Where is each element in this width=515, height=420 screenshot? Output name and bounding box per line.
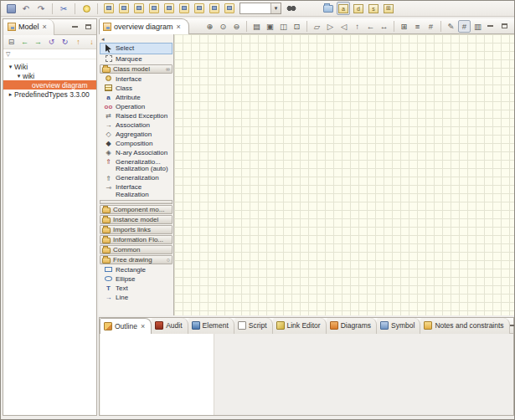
outline-view-content[interactable] <box>100 334 214 415</box>
tree-item-wiki-project[interactable]: ▾ Wiki <box>3 62 96 71</box>
palette-item-aggregation[interactable]: ◇ Aggregation <box>100 130 173 139</box>
palette-section-common[interactable]: Common <box>100 245 173 254</box>
create-class-button[interactable] <box>117 2 131 15</box>
palette-item-composition[interactable]: ◆ Composition <box>100 139 173 148</box>
open-model-folder-button[interactable] <box>322 2 335 15</box>
palette-item-rectangle[interactable]: Rectangle <box>100 265 173 274</box>
palette-item-generalization[interactable]: ⇑ Generalization <box>100 174 173 183</box>
undo-button[interactable]: ↶ <box>19 2 33 15</box>
tab-notes-and-constraints[interactable]: Notes and constraints <box>420 318 509 334</box>
palette-item-text[interactable]: T Text <box>100 284 173 293</box>
grid-visible-button[interactable]: # <box>458 20 471 33</box>
search-button[interactable] <box>285 2 298 15</box>
diagram-perspective-button[interactable]: d <box>352 2 365 15</box>
save-button[interactable] <box>4 2 18 15</box>
palette-item-interface-realization[interactable]: ⊸ Interface Realization <box>100 183 173 200</box>
collapse-all-button[interactable]: ⊟ <box>5 36 18 48</box>
close-icon[interactable]: × <box>176 23 182 31</box>
tab-symbol[interactable]: Symbol <box>377 318 420 334</box>
palette-item-association[interactable]: → Association <box>100 120 173 130</box>
palette-section-information-flow[interactable]: Information Flo... <box>100 235 173 244</box>
palette-section-class-model[interactable]: Class model ∞ <box>100 64 173 74</box>
palette-section-instance-model[interactable]: Instance model <box>100 215 173 224</box>
palette-item-interface[interactable]: Interface <box>100 74 173 84</box>
palette-item-operation[interactable]: oo Operation <box>100 102 173 111</box>
page-columns-button[interactable]: ▥ <box>471 20 484 33</box>
sync-next-button[interactable]: ↻ <box>59 36 71 48</box>
list-view-button[interactable]: ≡ <box>411 20 424 33</box>
minimize-bottom-panel-button[interactable] <box>510 321 515 330</box>
tab-audit[interactable]: Audit <box>152 318 188 334</box>
diagram-canvas[interactable] <box>174 34 514 315</box>
tree-item-overview-diagram[interactable]: overview diagram <box>3 80 96 90</box>
palette-item-nary-association[interactable]: ◈ N-ary Association <box>100 148 173 157</box>
palette-item-ellipse[interactable]: Ellipse <box>100 274 173 284</box>
maximize-editor-button[interactable] <box>499 22 510 31</box>
matrix-perspective-button[interactable]: ⊞ <box>382 2 395 15</box>
palette-item-raised-exception[interactable]: ⇄ Raised Exception <box>100 111 173 120</box>
create-sequence-diagram-button[interactable] <box>162 2 176 15</box>
combo-dropdown-button[interactable]: ▾ <box>270 3 281 13</box>
tab-element[interactable]: Element <box>188 318 234 334</box>
frame-button[interactable]: ⊞ <box>398 20 410 33</box>
view-menu-button[interactable]: ▽ <box>6 51 10 58</box>
tab-outline[interactable]: Outline × <box>100 318 152 334</box>
raise-button[interactable]: ↑ <box>351 20 363 33</box>
navigate-forward-button[interactable]: → <box>32 36 44 48</box>
minimize-view-button[interactable] <box>70 23 80 32</box>
palette-section-imports-links[interactable]: Imports links <box>100 225 173 234</box>
close-icon[interactable]: × <box>42 23 48 31</box>
expand-left-button[interactable]: ◁ <box>337 20 350 33</box>
tree-expanded-icon[interactable]: ▾ <box>7 64 14 70</box>
hash-grid-button[interactable]: # <box>425 20 437 33</box>
navigate-back-button[interactable]: ← <box>18 36 31 48</box>
tab-link-editor[interactable]: Link Editor <box>273 318 327 334</box>
create-component-button[interactable] <box>208 2 221 15</box>
tab-script[interactable]: Script <box>234 318 273 334</box>
save-diagram-button[interactable]: ▣ <box>264 20 276 33</box>
palette-tool-marquee[interactable]: Marquee <box>100 54 173 64</box>
fit-width-button[interactable]: ↔ <box>378 20 390 33</box>
palette-collapse-arrow[interactable]: ◂ <box>100 35 173 43</box>
palette-section-component-model[interactable]: Component mo... <box>100 205 173 214</box>
tree-collapsed-icon[interactable]: ▸ <box>7 91 14 98</box>
close-icon[interactable]: × <box>140 322 146 330</box>
zoom-original-button[interactable]: ⊙ <box>217 20 229 33</box>
zoom-out-button[interactable]: ⊖ <box>230 20 243 33</box>
selection-frame-button[interactable]: ⊡ <box>291 20 303 33</box>
expand-right-button[interactable]: ▷ <box>324 20 337 33</box>
tree-expanded-icon[interactable]: ▾ <box>15 73 23 79</box>
tree-item-wiki-package[interactable]: ▾ wiki <box>3 71 96 80</box>
print-button[interactable]: ▤ <box>250 20 263 33</box>
palette-tool-select[interactable]: Select <box>100 43 173 54</box>
tab-overview-diagram[interactable]: overview diagram × <box>99 18 189 34</box>
palette-item-generalization-realization-auto[interactable]: ⇑ Generalizatio... Realization (auto) <box>100 157 173 174</box>
zoom-in-button[interactable]: ⊕ <box>203 20 216 33</box>
palette-item-attribute[interactable]: a Attribute <box>100 93 173 102</box>
redo-button[interactable]: ↷ <box>34 2 48 15</box>
create-package-button[interactable] <box>102 2 116 15</box>
palette-item-line[interactable]: → Line <box>100 293 173 302</box>
create-class-diagram-button[interactable] <box>147 2 161 15</box>
style-edit-button[interactable]: ✎ <box>445 20 457 33</box>
create-interface-button[interactable] <box>132 2 146 15</box>
palette-section-free-drawing[interactable]: Free drawing ○ <box>100 255 173 264</box>
move-down-button[interactable]: ↓ <box>85 36 96 48</box>
create-use-case-diagram-button[interactable] <box>178 2 191 15</box>
create-deployment-diagram-button[interactable] <box>223 2 236 15</box>
align-left-button[interactable]: ← <box>364 20 377 33</box>
script-perspective-button[interactable]: s <box>367 2 380 15</box>
move-up-button[interactable]: ↑ <box>72 36 85 48</box>
search-combo-input[interactable] <box>240 3 270 13</box>
maximize-view-button[interactable] <box>83 23 94 32</box>
tab-model[interactable]: Model × <box>3 19 54 35</box>
tree-item-predefined-types[interactable]: ▸ PredefinedTypes 3.3.00 <box>3 90 96 99</box>
create-actor-button[interactable] <box>193 2 206 15</box>
palette-item-class[interactable]: Class <box>100 84 173 93</box>
sync-previous-button[interactable]: ↺ <box>45 36 58 48</box>
cut-button[interactable]: ✂ <box>57 2 70 15</box>
minimize-editor-button[interactable] <box>485 22 496 31</box>
audit-lightbulb-button[interactable] <box>80 2 93 15</box>
export-image-button[interactable]: ◫ <box>277 20 290 33</box>
model-explorer-perspective-button[interactable]: a <box>337 2 350 15</box>
